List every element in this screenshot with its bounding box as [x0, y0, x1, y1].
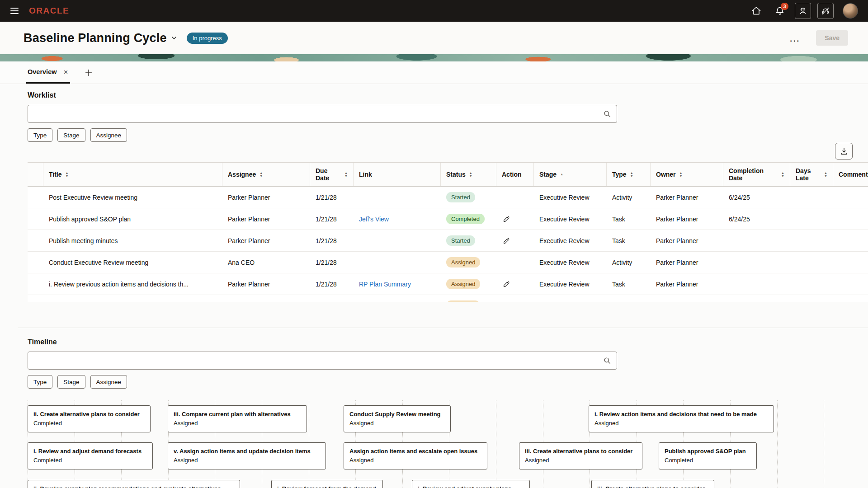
timeline-search-input[interactable] [28, 352, 617, 370]
add-tab-button[interactable] [84, 68, 94, 78]
timeline-card[interactable]: v. Assign action items and update decisi… [168, 442, 326, 469]
timeline-card[interactable]: iii. Create alternative plans to conside… [519, 442, 642, 469]
cell-assignee: Parker Planner [222, 230, 310, 251]
tab-close-button[interactable]: × [63, 67, 69, 77]
column-header-label: Due Date [316, 167, 341, 182]
timeline-card[interactable]: i. Review and adjust supply plansAssigne… [412, 480, 530, 488]
column-header-owner[interactable]: Owner▲▼ [651, 163, 723, 186]
column-header-comments: Comments [833, 163, 868, 186]
sort-icon[interactable]: ▲▼ [469, 172, 472, 178]
timeline-card[interactable]: i. Review forecast from the demand planA… [271, 480, 383, 488]
column-header-completion-date[interactable]: Completion Date▲▼ [723, 163, 790, 186]
filter-chip-assignee[interactable]: Assignee [90, 128, 127, 142]
cell-action [496, 252, 534, 273]
timeline-card[interactable]: i. Review action items and decisions tha… [589, 405, 774, 432]
cell-comments [833, 252, 868, 273]
column-header-due-date[interactable]: Due Date▲▼ [310, 163, 354, 186]
assistant-muted-button[interactable] [817, 3, 834, 19]
sort-icon[interactable]: ▲▼ [630, 172, 633, 178]
filter-chip-assignee[interactable]: Assignee [90, 375, 127, 389]
more-options-button[interactable]: … [786, 33, 802, 43]
save-button[interactable]: Save [816, 30, 848, 46]
timeline-card-status: Completed [33, 456, 147, 465]
sort-icon[interactable]: ▲▼ [679, 172, 683, 178]
cell-comments [833, 295, 868, 302]
cell-title: i. Review previous action items and deci… [43, 273, 222, 295]
title-dropdown-button[interactable] [170, 34, 178, 42]
edit-action-button[interactable] [502, 279, 511, 289]
sort-icon[interactable]: ▲▼ [344, 172, 348, 178]
column-header-assignee[interactable]: Assignee▲▼ [222, 163, 310, 186]
table-row[interactable]: Publish approved S&OP planParker Planner… [28, 208, 868, 230]
filter-chip-stage[interactable]: Stage [57, 128, 85, 142]
timeline-card[interactable]: Conduct Supply Review meetingAssigned [344, 405, 451, 432]
worklist-table-header-row: Title▲▼Assignee▲▼Due Date▲▼LinkStatus▲▼A… [28, 162, 868, 187]
cell-owner [651, 295, 723, 302]
filter-chip-stage[interactable]: Stage [57, 375, 85, 389]
edit-action-button[interactable] [502, 236, 511, 245]
cell-days-late [790, 187, 833, 208]
user-avatar[interactable] [843, 3, 858, 19]
sort-icon[interactable]: ▲▼ [781, 172, 784, 178]
tab-overview[interactable]: Overview × [26, 61, 70, 84]
timeline-card[interactable]: ii. Develop supply plan recommendations … [28, 480, 240, 488]
timeline-card[interactable]: Assign action items and escalate open is… [344, 442, 487, 469]
column-header-type[interactable]: Type▲▼ [607, 163, 651, 186]
worklist-search-button[interactable] [600, 107, 614, 121]
cell-comments [833, 187, 868, 208]
sort-ascending-icon[interactable]: ▲ [560, 173, 563, 176]
column-header-status[interactable]: Status▲▼ [441, 163, 496, 186]
timeline-card[interactable]: Publish approved S&OP planCompleted [659, 442, 757, 469]
worklist-search-input[interactable] [28, 105, 617, 123]
cell-owner: Parker Planner [651, 187, 723, 208]
cell-link-anchor[interactable]: Jeff's View [359, 216, 389, 223]
cell-link-anchor[interactable]: RP Plan Summary [359, 281, 411, 288]
timeline-card[interactable]: iii. Compare current plan with alternati… [168, 405, 307, 432]
table-row[interactable]: i. Review previous action items and deci… [28, 273, 868, 295]
support-agent-button[interactable] [795, 3, 811, 19]
home-button[interactable] [748, 2, 765, 19]
filter-chip-type[interactable]: Type [28, 128, 52, 142]
table-row[interactable]: Publish meeting minutesParker Planner1/2… [28, 230, 868, 252]
timeline-card[interactable]: iii. Create alternative plans to conside… [591, 480, 714, 488]
timeline-card-status: Assigned [594, 419, 768, 427]
column-header-stage[interactable]: Stage▲ [534, 163, 607, 186]
timeline-card[interactable]: i. Review and adjust demand forecastsCom… [28, 442, 153, 469]
column-header-days-late[interactable]: Days Late▲▼ [790, 163, 833, 186]
column-header-title[interactable]: Title▲▼ [43, 163, 222, 186]
table-row[interactable]: Assigned [28, 295, 868, 302]
cell-title: Post Executive Review meeting [43, 187, 222, 208]
filter-chip-type[interactable]: Type [28, 375, 52, 389]
cell-days-late [790, 273, 833, 295]
chevron-down-icon [170, 34, 178, 42]
edit-action-button[interactable] [502, 214, 511, 224]
sort-icon[interactable]: ▲▼ [824, 172, 827, 178]
notifications-button[interactable]: 3 [771, 2, 788, 19]
table-row[interactable]: Post Executive Review meetingParker Plan… [28, 187, 868, 208]
table-row[interactable]: Conduct Executive Review meetingAna CEO1… [28, 252, 868, 273]
cell-link [354, 187, 441, 208]
cell-status: Started [441, 230, 496, 251]
timeline-card[interactable]: ii. Create alternative plans to consider… [28, 405, 151, 432]
cell-status: Started [441, 187, 496, 208]
cell-type: Task [607, 230, 651, 251]
menu-button[interactable] [5, 2, 24, 20]
column-header-label: Status [446, 171, 466, 178]
timeline-card-title: iii. Create alternative plans to conside… [597, 484, 708, 488]
column-header-label: Action [502, 171, 522, 178]
cell-link: RP Plan Summary [354, 273, 441, 295]
cell-action [496, 187, 534, 208]
timeline-card-title: i. Review action items and decisions tha… [594, 410, 768, 419]
home-icon [751, 5, 762, 16]
timeline-search-button[interactable] [600, 353, 614, 368]
sort-icon[interactable]: ▲▼ [259, 172, 263, 178]
sort-icon[interactable]: ▲▼ [66, 172, 69, 178]
status-badge: Assigned [446, 279, 480, 289]
timeline-card-status: Completed [665, 456, 751, 465]
cell-type: Task [607, 208, 651, 230]
timeline-search [28, 352, 617, 370]
application-topbar: ORACLE 3 [0, 0, 868, 22]
cell-owner: Parker Planner [651, 230, 723, 251]
download-button[interactable] [835, 143, 853, 160]
cell-link: Jeff's View [354, 208, 441, 230]
